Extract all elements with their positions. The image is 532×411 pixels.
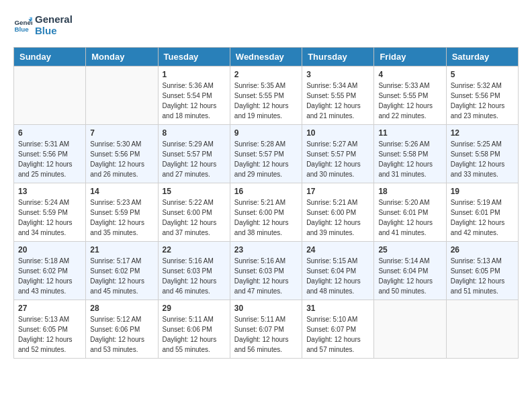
day-info: Sunrise: 5:31 AMSunset: 5:56 PMDaylight:… (18, 139, 81, 179)
calendar-cell: 3Sunrise: 5:34 AMSunset: 5:55 PMDaylight… (302, 66, 374, 125)
day-info: Sunrise: 5:24 AMSunset: 5:59 PMDaylight:… (18, 197, 81, 238)
day-info: Sunrise: 5:21 AMSunset: 6:00 PMDaylight:… (306, 197, 369, 238)
day-number: 8 (163, 128, 226, 138)
calendar-cell: 6Sunrise: 5:31 AMSunset: 5:56 PMDaylight… (14, 125, 86, 183)
calendar-cell: 29Sunrise: 5:11 AMSunset: 6:06 PMDayligh… (158, 300, 230, 359)
week-row-2: 6Sunrise: 5:31 AMSunset: 5:56 PMDaylight… (14, 125, 519, 183)
day-info: Sunrise: 5:23 AMSunset: 5:59 PMDaylight:… (90, 197, 153, 238)
calendar-cell: 18Sunrise: 5:20 AMSunset: 6:01 PMDayligh… (374, 183, 446, 242)
calendar-cell (374, 300, 446, 359)
day-number: 30 (234, 304, 298, 313)
header-day-wednesday: Wednesday (230, 48, 302, 66)
page-header: General Blue General Blue (13, 13, 519, 36)
svg-text:Blue: Blue (14, 26, 29, 33)
day-info: Sunrise: 5:26 AMSunset: 5:58 PMDaylight:… (378, 139, 441, 179)
day-info: Sunrise: 5:16 AMSunset: 6:03 PMDaylight:… (163, 256, 226, 296)
calendar-cell (14, 66, 86, 125)
day-info: Sunrise: 5:28 AMSunset: 5:57 PMDaylight:… (234, 139, 298, 179)
calendar-cell: 17Sunrise: 5:21 AMSunset: 6:00 PMDayligh… (302, 183, 374, 242)
day-number: 12 (451, 128, 514, 138)
day-number: 19 (451, 187, 514, 196)
day-number: 4 (378, 70, 441, 79)
calendar-cell: 21Sunrise: 5:17 AMSunset: 6:02 PMDayligh… (86, 242, 158, 300)
day-number: 2 (234, 70, 298, 79)
calendar-cell: 7Sunrise: 5:30 AMSunset: 5:56 PMDaylight… (86, 125, 158, 183)
logo: General Blue General Blue (13, 13, 73, 36)
calendar-cell: 13Sunrise: 5:24 AMSunset: 5:59 PMDayligh… (14, 183, 86, 242)
day-info: Sunrise: 5:17 AMSunset: 6:02 PMDaylight:… (90, 256, 153, 296)
day-number: 18 (378, 187, 441, 196)
day-info: Sunrise: 5:14 AMSunset: 6:04 PMDaylight:… (378, 256, 441, 296)
header-day-tuesday: Tuesday (158, 48, 230, 66)
calendar-table: SundayMondayTuesdayWednesdayThursdayFrid… (13, 47, 519, 359)
calendar-cell: 20Sunrise: 5:18 AMSunset: 6:02 PMDayligh… (14, 242, 86, 300)
calendar-cell: 11Sunrise: 5:26 AMSunset: 5:58 PMDayligh… (374, 125, 446, 183)
calendar-cell (446, 300, 518, 359)
week-row-3: 13Sunrise: 5:24 AMSunset: 5:59 PMDayligh… (14, 183, 519, 242)
day-number: 31 (306, 304, 369, 313)
calendar-cell: 25Sunrise: 5:14 AMSunset: 6:04 PMDayligh… (374, 242, 446, 300)
week-row-4: 20Sunrise: 5:18 AMSunset: 6:02 PMDayligh… (14, 242, 519, 300)
day-info: Sunrise: 5:25 AMSunset: 5:58 PMDaylight:… (451, 139, 514, 179)
calendar-cell: 31Sunrise: 5:10 AMSunset: 6:07 PMDayligh… (302, 300, 374, 359)
day-info: Sunrise: 5:10 AMSunset: 6:07 PMDaylight:… (306, 314, 369, 355)
calendar-cell: 12Sunrise: 5:25 AMSunset: 5:58 PMDayligh… (446, 125, 518, 183)
calendar-cell: 30Sunrise: 5:11 AMSunset: 6:07 PMDayligh… (230, 300, 302, 359)
day-number: 29 (163, 304, 226, 313)
day-info: Sunrise: 5:20 AMSunset: 6:01 PMDaylight:… (378, 197, 441, 238)
day-info: Sunrise: 5:22 AMSunset: 6:00 PMDaylight:… (163, 197, 226, 238)
calendar-cell: 14Sunrise: 5:23 AMSunset: 5:59 PMDayligh… (86, 183, 158, 242)
day-number: 26 (451, 245, 514, 255)
day-number: 27 (18, 304, 81, 313)
day-info: Sunrise: 5:30 AMSunset: 5:56 PMDaylight:… (90, 139, 153, 179)
day-info: Sunrise: 5:18 AMSunset: 6:02 PMDaylight:… (18, 256, 81, 296)
day-info: Sunrise: 5:34 AMSunset: 5:55 PMDaylight:… (306, 81, 369, 121)
day-info: Sunrise: 5:16 AMSunset: 6:03 PMDaylight:… (234, 256, 298, 296)
day-number: 11 (378, 128, 441, 138)
day-info: Sunrise: 5:15 AMSunset: 6:04 PMDaylight:… (306, 256, 369, 296)
header-day-monday: Monday (86, 48, 158, 66)
logo-text-line1: General (35, 13, 73, 25)
day-number: 1 (163, 70, 226, 79)
logo-icon: General Blue (13, 15, 32, 34)
day-info: Sunrise: 5:13 AMSunset: 6:05 PMDaylight:… (451, 256, 514, 296)
week-row-5: 27Sunrise: 5:13 AMSunset: 6:05 PMDayligh… (14, 300, 519, 359)
calendar-cell: 22Sunrise: 5:16 AMSunset: 6:03 PMDayligh… (158, 242, 230, 300)
day-info: Sunrise: 5:33 AMSunset: 5:55 PMDaylight:… (378, 81, 441, 121)
calendar-cell: 2Sunrise: 5:35 AMSunset: 5:55 PMDaylight… (230, 66, 302, 125)
calendar-cell: 1Sunrise: 5:36 AMSunset: 5:54 PMDaylight… (158, 66, 230, 125)
day-number: 3 (306, 70, 369, 79)
calendar-cell: 8Sunrise: 5:29 AMSunset: 5:57 PMDaylight… (158, 125, 230, 183)
day-number: 16 (234, 187, 298, 196)
header-day-thursday: Thursday (302, 48, 374, 66)
day-info: Sunrise: 5:19 AMSunset: 6:01 PMDaylight:… (451, 197, 514, 238)
day-number: 14 (90, 187, 153, 196)
day-number: 23 (234, 245, 298, 255)
day-info: Sunrise: 5:32 AMSunset: 5:56 PMDaylight:… (451, 81, 514, 121)
header-day-saturday: Saturday (446, 48, 518, 66)
day-number: 24 (306, 245, 369, 255)
day-info: Sunrise: 5:11 AMSunset: 6:07 PMDaylight:… (234, 314, 298, 355)
day-number: 22 (163, 245, 226, 255)
day-number: 7 (90, 128, 153, 138)
day-info: Sunrise: 5:36 AMSunset: 5:54 PMDaylight:… (163, 81, 226, 121)
day-info: Sunrise: 5:21 AMSunset: 6:00 PMDaylight:… (234, 197, 298, 238)
day-info: Sunrise: 5:27 AMSunset: 5:57 PMDaylight:… (306, 139, 369, 179)
calendar-cell: 10Sunrise: 5:27 AMSunset: 5:57 PMDayligh… (302, 125, 374, 183)
day-info: Sunrise: 5:11 AMSunset: 6:06 PMDaylight:… (163, 314, 226, 355)
day-number: 13 (18, 187, 81, 196)
logo-text-line2: Blue (35, 25, 73, 36)
calendar-cell: 16Sunrise: 5:21 AMSunset: 6:00 PMDayligh… (230, 183, 302, 242)
header-day-sunday: Sunday (14, 48, 86, 66)
day-number: 25 (378, 245, 441, 255)
day-number: 10 (306, 128, 369, 138)
calendar-cell: 23Sunrise: 5:16 AMSunset: 6:03 PMDayligh… (230, 242, 302, 300)
header-row: SundayMondayTuesdayWednesdayThursdayFrid… (14, 48, 519, 66)
day-number: 9 (234, 128, 298, 138)
week-row-1: 1Sunrise: 5:36 AMSunset: 5:54 PMDaylight… (14, 66, 519, 125)
calendar-cell: 28Sunrise: 5:12 AMSunset: 6:06 PMDayligh… (86, 300, 158, 359)
day-number: 28 (90, 304, 153, 313)
day-info: Sunrise: 5:13 AMSunset: 6:05 PMDaylight:… (18, 314, 81, 355)
calendar-cell: 27Sunrise: 5:13 AMSunset: 6:05 PMDayligh… (14, 300, 86, 359)
calendar-cell: 19Sunrise: 5:19 AMSunset: 6:01 PMDayligh… (446, 183, 518, 242)
